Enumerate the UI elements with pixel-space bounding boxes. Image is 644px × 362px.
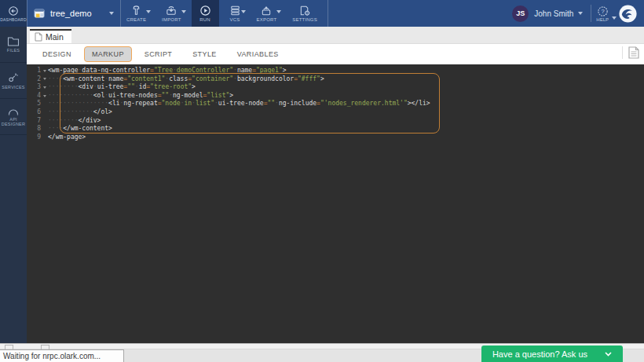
subtab-bar: DESIGN MARKUP SCRIPT STYLE VARIABLES xyxy=(27,44,644,64)
code-line[interactable]: 2····<wm-content·name="content1"·class="… xyxy=(27,75,644,84)
avatar: JS xyxy=(512,5,529,22)
dashboard-label: DASHBOARD xyxy=(0,17,26,22)
tab-style[interactable]: STYLE xyxy=(185,46,225,62)
chevron-down-icon xyxy=(612,16,617,20)
code-line[interactable]: 8····</wm-content> xyxy=(27,125,644,133)
tab-bar: Main xyxy=(27,27,644,44)
hammer-icon xyxy=(130,5,142,16)
chevron-down-icon xyxy=(181,10,186,13)
document-icon[interactable] xyxy=(628,46,639,59)
vcs-button[interactable]: VCS xyxy=(224,0,247,27)
server-stack-icon xyxy=(229,5,241,16)
project-selector[interactable]: tree_demo xyxy=(27,0,120,27)
help-label: HELP xyxy=(596,17,609,22)
sidebar-item-label: FILES xyxy=(7,48,20,53)
code-line[interactable]: 9</wm-page> xyxy=(27,133,644,142)
arc-icon xyxy=(7,107,20,115)
settings-button[interactable]: SETTINGS xyxy=(287,0,323,27)
tab-label: Main xyxy=(46,32,64,42)
toolbar-right: JS John Smith ? HELP xyxy=(504,0,644,27)
content-area: Main DESIGN MARKUP SCRIPT STYLE VARIABLE… xyxy=(27,27,644,343)
svg-text:?: ? xyxy=(601,8,604,15)
project-icon xyxy=(34,9,46,19)
page-icon xyxy=(35,32,42,42)
vcs-label: VCS xyxy=(230,17,240,22)
code-line[interactable]: 1<wm-page·data-ng-controller="Tree·demoC… xyxy=(27,67,644,75)
run-button[interactable]: RUN xyxy=(192,0,219,27)
import-button[interactable]: IMPORT xyxy=(156,0,186,27)
chevron-down-icon xyxy=(276,10,281,13)
code-editor[interactable]: 1<wm-page·data-ng-controller="Tree·demoC… xyxy=(27,64,644,343)
dashboard-icon xyxy=(8,5,19,16)
tab-main[interactable]: Main xyxy=(30,29,71,43)
create-button[interactable]: CREATE xyxy=(121,0,152,27)
tab-markup[interactable]: MARKUP xyxy=(84,46,132,62)
code-line[interactable]: 3········<div·ui-tree=""·id="tree-root"> xyxy=(27,83,644,92)
status-bar: Waiting for nrpc.olark.com... Have a que… xyxy=(0,349,644,362)
user-name: John Smith xyxy=(534,9,573,18)
tab-design[interactable]: DESIGN xyxy=(35,46,79,62)
sidebar-item-api-designer[interactable]: API DESIGNER xyxy=(0,99,27,135)
code-line[interactable]: 6············</ol> xyxy=(27,108,644,117)
app-window: DASHBOARD tree_demo CREATE IMPORT xyxy=(0,0,644,362)
code-lines: 1<wm-page·data-ng-controller="Tree·demoC… xyxy=(27,67,644,141)
chevron-down-icon xyxy=(146,10,151,13)
tab-script[interactable]: SCRIPT xyxy=(137,46,180,62)
chevron-down-icon xyxy=(578,12,583,15)
create-label: CREATE xyxy=(126,17,146,22)
left-sidebar: FILES SERVICES API DESIGNER xyxy=(0,27,27,343)
project-name: tree_demo xyxy=(50,9,104,18)
settings-label: SETTINGS xyxy=(292,17,317,22)
tab-variables[interactable]: VARIABLES xyxy=(229,46,287,62)
sidebar-item-files[interactable]: FILES xyxy=(0,27,27,63)
settings-gear-icon xyxy=(298,5,311,16)
sidebar-item-label: SERVICES xyxy=(2,85,24,90)
plug-icon xyxy=(7,71,20,83)
chat-button-label: Have a question? Ask us xyxy=(492,349,587,359)
help-icon: ? xyxy=(597,5,609,17)
sidebar-item-services[interactable]: SERVICES xyxy=(0,63,27,99)
code-line[interactable]: 4············<ol·ui-tree-nodes=""·ng-mod… xyxy=(27,92,644,101)
sidebar-item-label: API DESIGNER xyxy=(0,117,27,126)
import-tray-icon xyxy=(165,5,177,16)
wavemaker-logo xyxy=(613,4,644,24)
chevron-down-icon xyxy=(605,352,612,357)
dashboard-button[interactable]: DASHBOARD xyxy=(0,0,27,27)
export-label: EXPORT xyxy=(257,17,277,22)
toolbar-separator xyxy=(327,0,328,27)
code-line[interactable]: 7········</div> xyxy=(27,117,644,126)
divider xyxy=(622,46,623,59)
body-row: FILES SERVICES API DESIGNER xyxy=(0,27,644,343)
code-line[interactable]: 5················<li·ng-repeat="node·in·… xyxy=(27,100,644,108)
import-label: IMPORT xyxy=(162,17,181,22)
play-icon xyxy=(199,5,211,16)
status-message: Waiting for nrpc.olark.com... xyxy=(0,349,124,362)
help-button[interactable]: ? HELP xyxy=(591,5,613,22)
user-menu[interactable]: JS John Smith xyxy=(504,5,591,22)
scale-icon xyxy=(260,5,273,16)
chevron-down-icon xyxy=(109,12,114,15)
chevron-down-icon xyxy=(241,10,246,13)
chat-button[interactable]: Have a question? Ask us xyxy=(481,346,623,362)
export-button[interactable]: EXPORT xyxy=(251,0,283,27)
run-label: RUN xyxy=(199,17,210,22)
top-toolbar: DASHBOARD tree_demo CREATE IMPORT xyxy=(0,0,644,27)
folder-icon xyxy=(7,36,20,46)
